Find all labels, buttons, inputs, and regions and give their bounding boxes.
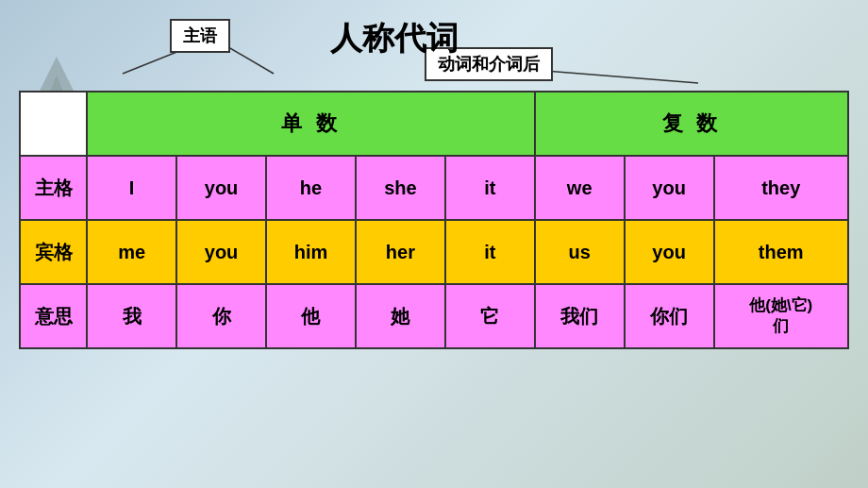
cell-ta-f: 她 xyxy=(356,284,445,348)
header-plural: 复 数 xyxy=(535,92,848,156)
cell-she: she xyxy=(356,156,445,220)
cell-us: us xyxy=(535,220,625,284)
main-content: 主语 动词和介词后 人称代词 xyxy=(0,0,868,359)
cell-it-obj: it xyxy=(445,220,535,284)
cell-I: I xyxy=(87,156,176,220)
cell-you-obj-p: you xyxy=(625,220,714,284)
table-row-meaning: 意思 我 你 他 她 它 我们 你们 他(她\它)们 xyxy=(20,284,848,348)
cell-you-obj-s: you xyxy=(176,220,266,284)
cell-he: he xyxy=(266,156,356,220)
title-area: 主语 动词和介词后 人称代词 xyxy=(19,9,849,85)
cell-women: 我们 xyxy=(535,284,625,348)
cell-them: them xyxy=(714,220,848,284)
cell-tamen: 他(她\它)们 xyxy=(714,284,848,348)
cell-her: her xyxy=(356,220,445,284)
pronoun-table: 单 数 复 数 主格 I you he she it we you xyxy=(19,91,849,349)
cell-wo: 我 xyxy=(87,284,176,348)
cell-ta-m: 他 xyxy=(266,284,356,348)
cell-him: him xyxy=(266,220,356,284)
cell-ni: 你 xyxy=(176,284,266,348)
cell-they: they xyxy=(714,156,848,220)
cell-nimen: 你们 xyxy=(625,284,714,348)
cell-me: me xyxy=(87,220,176,284)
cell-we: we xyxy=(535,156,625,220)
header-empty xyxy=(20,92,87,156)
label-yisi: 意思 xyxy=(20,284,87,348)
cell-ta-n: 它 xyxy=(445,284,535,348)
label-binge: 宾格 xyxy=(20,220,87,284)
cell-it-s: it xyxy=(445,156,535,220)
cell-you-s: you xyxy=(176,156,266,220)
header-singular: 单 数 xyxy=(87,92,535,156)
table-row-object: 宾格 me you him her it us you them xyxy=(20,220,848,284)
label-subject: 主语 xyxy=(170,19,230,53)
label-zhuge: 主格 xyxy=(20,156,87,220)
table-row-subject: 主格 I you he she it we you they xyxy=(20,156,848,220)
cell-you-p: you xyxy=(625,156,714,220)
page-title: 人称代词 xyxy=(330,17,459,60)
